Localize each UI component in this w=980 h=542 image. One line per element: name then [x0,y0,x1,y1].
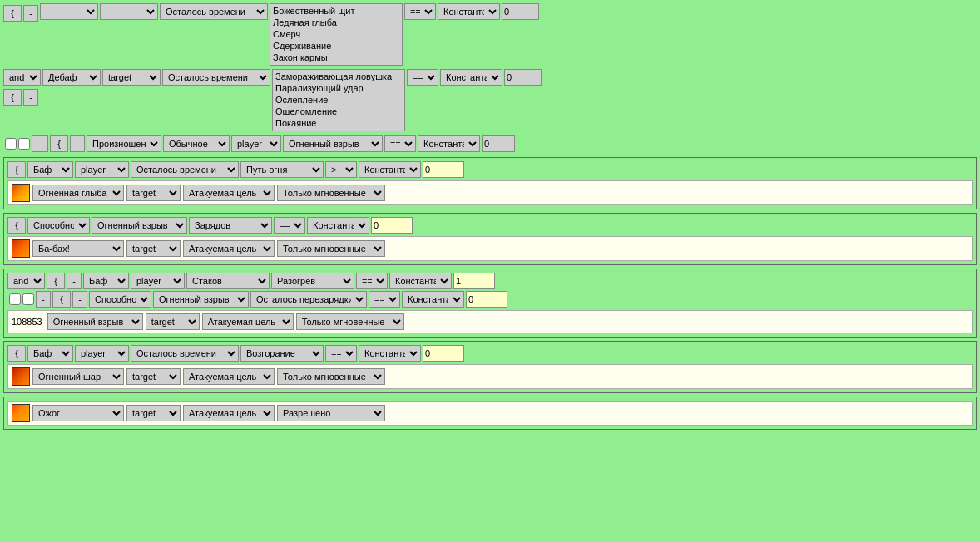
buf-type-select-1[interactable]: Баф [40,3,98,20]
s3-action-type[interactable]: Только мгновенные [296,313,404,330]
s4-param[interactable]: Осталось времени [131,345,239,362]
s3-minus2[interactable]: - [72,291,87,308]
s4-action-spell[interactable]: Огненный шар [32,368,124,385]
spell-item[interactable]: Парализующий удар [274,82,403,94]
debuf-type-select[interactable]: Дебаф Баф [42,69,101,86]
cb-pronunciation-1[interactable] [5,138,17,150]
s3-minus1[interactable]: - [67,273,82,289]
s2-param[interactable]: Зарядов [189,217,272,234]
s3-action-target[interactable]: targetplayer [146,313,200,330]
spell-item[interactable]: Ошеломление [274,106,403,117]
debuf-eq-select[interactable]: ==!=>< [407,69,438,86]
spell-item[interactable]: Превращение [274,129,403,131]
s3-cb2[interactable] [22,293,34,305]
s2-eq[interactable]: ==!=> [274,217,305,234]
s3-action-spell[interactable]: Огненный взрыв [47,313,143,330]
s4-value[interactable] [423,345,464,362]
spell-item[interactable]: Замораживающая ловушка [274,71,403,82]
s2-brace[interactable]: { [7,217,26,234]
s3-param1[interactable]: Стаков [186,273,270,289]
s1-action-spell[interactable]: Огненная глыба [32,185,124,201]
s1-type[interactable]: БафДебаф [27,161,73,178]
pronunciation-target[interactable]: playertarget [231,136,281,152]
s5-action-spell[interactable]: Ожог [32,405,124,421]
pronunciation-value[interactable] [482,136,515,152]
debuf-target-select[interactable]: target player [102,69,161,86]
debuf-value[interactable] [504,69,542,86]
pronunciation-subtype[interactable]: Обычное [163,136,230,152]
s1-action-type[interactable]: Только мгновенные [277,185,385,201]
s3-type2[interactable]: СпособностьБаф [89,291,151,308]
s5-action-type[interactable]: Разрешено Только мгновенные [277,405,385,421]
s2-type[interactable]: СпособностьБаф [27,217,90,234]
debuf-param-select[interactable]: Осталось времени [162,69,270,86]
pronunciation-minus2[interactable]: - [70,136,85,152]
s4-brace[interactable]: { [7,345,26,362]
pronunciation-brace[interactable]: { [50,136,68,152]
s3-and-select[interactable]: andor [7,273,45,289]
s4-eq[interactable]: ==!=> [325,345,357,362]
spell-item[interactable]: Ослепление [274,94,403,106]
s3-spell1[interactable]: Разогрев [271,273,354,289]
s3-spell2[interactable]: Огненный взрыв [153,291,249,308]
s1-op[interactable]: >==< [325,161,357,178]
cb-pronunciation-2[interactable] [18,138,30,150]
s2-action-target[interactable]: targetplayer [126,240,181,257]
pronunciation-type[interactable]: Произношение [87,136,161,152]
s5-action-param[interactable]: Атакуемая цель [183,405,275,421]
pronunciation-eq[interactable]: ==!=>< [384,136,416,152]
s2-action-type[interactable]: Только мгновенные [277,240,385,257]
buf-value-1[interactable] [502,3,539,20]
s4-action-target[interactable]: targetplayer [126,368,181,385]
s4-const[interactable]: Константа [359,345,421,362]
s4-action-param[interactable]: Атакуемая цель [183,368,275,385]
spell-item[interactable]: Сдерживание [271,40,401,52]
spell-item[interactable]: Божественный щит [271,5,401,17]
debuf-const-select[interactable]: Константа [440,69,502,86]
s2-spell[interactable]: Огненный взрыв [92,217,187,234]
s3-const2[interactable]: Константа [402,291,464,308]
s1-param[interactable]: Осталось времени [131,161,239,178]
s3-type1[interactable]: БафДебаф [83,273,129,289]
s3-brace2[interactable]: { [52,291,71,308]
s1-spell[interactable]: Путь огня [240,161,324,178]
s3-brace1[interactable]: { [47,273,65,289]
s2-action-param[interactable]: Атакуемая цель [183,240,275,257]
s3-eq1[interactable]: ==!=> [356,273,388,289]
s1-action-target[interactable]: targetplayer [126,185,181,201]
s3-target1[interactable]: playertarget [131,273,185,289]
s5-action-target[interactable]: targetplayer [126,405,181,421]
minus-btn-1[interactable]: - [23,5,38,22]
s2-const[interactable]: Константа [307,217,369,234]
s1-brace[interactable]: { [7,161,26,178]
buf-spell-list-1[interactable]: Божественный щит Ледяная глыба Смерч Сде… [270,3,403,66]
spell-item[interactable]: Закон кармы [271,52,401,63]
s3-cb1[interactable] [9,293,21,305]
debuf-spell-list[interactable]: Замораживающая ловушка Парализующий удар… [272,69,405,131]
buf-eq-select-1[interactable]: ==!=>< [404,3,436,20]
s2-value[interactable] [371,217,413,234]
s4-type[interactable]: БафДебаф [27,345,73,362]
and-select-top[interactable]: andor [3,69,41,86]
s1-value[interactable] [423,161,464,178]
s4-action-type[interactable]: Только мгновенные [277,368,385,385]
s3-param2[interactable]: Осталось перезарядки [250,291,367,308]
buf-const-select-1[interactable]: Константа [438,3,500,20]
s3-value1[interactable] [453,273,495,289]
spell-item[interactable]: Смерч [271,28,401,40]
s3-action-param[interactable]: Атакуемая цель [202,313,294,330]
s2-action-spell[interactable]: Ба-бах! [32,240,124,257]
spell-item[interactable]: Ледяная глыба [271,17,401,28]
s3-const1[interactable]: Константа [389,273,452,289]
s1-target[interactable]: playertarget [75,161,129,178]
pronunciation-const[interactable]: Константа [418,136,480,152]
s3-value2[interactable] [466,291,507,308]
s3-eq2[interactable]: ==!=> [369,291,400,308]
minus-btn-2[interactable]: - [23,89,38,106]
pronunciation-minus[interactable]: - [32,136,48,152]
s1-action-param[interactable]: Атакуемая цель [183,185,275,201]
brace-btn-2[interactable]: { [3,89,22,106]
pronunciation-spell[interactable]: Огненный взрыв [283,136,383,152]
brace-btn-1[interactable]: { [3,5,22,22]
buf-target-select-1[interactable]: target [100,3,158,20]
